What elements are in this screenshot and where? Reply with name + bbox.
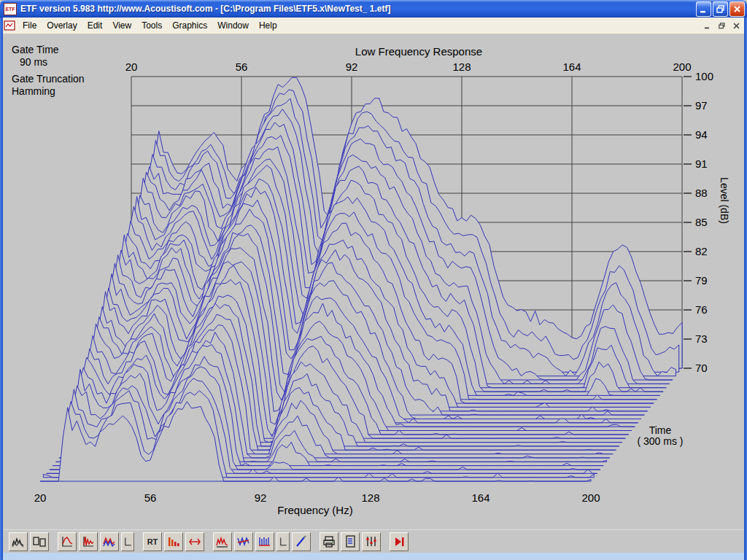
toolbar-group (320, 532, 381, 551)
rt60-button[interactable]: RT (143, 532, 162, 551)
mixer-icon (364, 534, 379, 549)
menu-item-graphics[interactable]: Graphics (167, 18, 212, 33)
y-tick-label: 85 (695, 216, 708, 228)
app-icon: ETF (4, 3, 17, 15)
mdi-minimize-icon (704, 23, 711, 29)
plot-title: Low Frequency Response (355, 45, 482, 58)
rt60-icon: RT (145, 534, 160, 549)
axes-toggle-2-button[interactable] (276, 532, 290, 551)
title-bar[interactable]: ETF ETF version 5.983 http://www.Acousti… (0, 0, 747, 18)
y-tick-label: 70 (695, 362, 708, 374)
y-tick-label: 97 (695, 99, 708, 112)
marker-pencil-button[interactable] (292, 532, 311, 551)
mini-axes-icon (122, 534, 133, 549)
waterfall-slices (40, 77, 682, 481)
toolbar-group (213, 532, 311, 551)
x-tick-label-bottom: 128 (361, 491, 379, 504)
signal-levels-button[interactable] (362, 532, 381, 551)
svg-text:RT: RT (147, 537, 158, 546)
x-tick-label-top: 164 (562, 61, 581, 73)
frequency-response-button[interactable] (58, 532, 77, 551)
y-tick-label: 100 (695, 70, 713, 82)
printer-icon (322, 534, 336, 549)
toolbar-group (9, 532, 49, 551)
menu-item-help[interactable]: Help (254, 18, 282, 33)
toolbar-group: RT (143, 532, 204, 551)
dual-display-button[interactable] (30, 532, 49, 551)
window-title: ETF version 5.983 http://www.Acoustisoft… (20, 4, 694, 14)
time-window-button[interactable] (185, 532, 204, 551)
gate-truncation-value: Hamming (12, 85, 55, 97)
time-axis-label: Time (649, 424, 672, 436)
time-axis-range: ( 300 ms ) (637, 435, 683, 447)
mdi-restore-button[interactable] (716, 20, 728, 31)
gate-truncation-label: Gate Truncation (12, 73, 85, 85)
y-tick-label: 79 (695, 274, 708, 287)
window-border-left (0, 18, 3, 560)
phase-response-button[interactable] (234, 532, 253, 551)
close-button[interactable] (729, 1, 745, 17)
waterfall-view-button[interactable] (9, 532, 28, 551)
x-tick-label-bottom: 164 (471, 491, 489, 504)
y-tick-label: 82 (695, 245, 708, 257)
y-tick-label: 76 (695, 303, 708, 316)
print-button[interactable] (320, 532, 338, 551)
y-tick-label: 88 (695, 187, 708, 199)
measure-button[interactable] (390, 532, 409, 551)
x-tick-label-bottom: 200 (581, 491, 600, 504)
menu-item-window[interactable]: Window (212, 18, 254, 33)
menu-items: FileOverlayEditViewToolsGraphicsWindowHe… (18, 18, 282, 33)
x-axis-label: Frequency (Hz) (277, 504, 352, 516)
play-icon (392, 534, 406, 549)
window-controls (694, 1, 745, 17)
gate-time-value: 90 ms (20, 56, 47, 68)
x-tick-label-bottom: 20 (34, 491, 47, 504)
mdi-minimize-button[interactable] (701, 20, 713, 31)
plot-client-area: Gate Time 90 ms Gate Truncation Hamming … (0, 34, 747, 529)
overlay-response-icon (102, 534, 117, 549)
comb-filter-icon (258, 534, 272, 549)
x-tick-label-top: 92 (346, 61, 358, 73)
x-tick-label-top: 200 (673, 61, 691, 73)
restore-icon (716, 4, 725, 14)
toolbar-group (390, 532, 409, 551)
comb-filter-button[interactable] (255, 532, 274, 551)
menu-item-file[interactable]: File (18, 18, 42, 33)
waterfall-icon (11, 534, 26, 549)
toolbar: RT (0, 529, 747, 553)
energy-spectrum-icon (166, 534, 181, 549)
menu-item-overlay[interactable]: Overlay (42, 18, 82, 33)
menu-item-view[interactable]: View (107, 18, 136, 33)
mdi-close-icon (733, 23, 740, 29)
overlay-vv-icon (236, 534, 251, 549)
x-tick-label-top: 128 (452, 61, 471, 73)
y-tick-label: 73 (695, 332, 708, 345)
y-axis-label: Level (dB) (719, 177, 730, 224)
minimize-button[interactable] (696, 1, 711, 17)
menu-item-tools[interactable]: Tools (136, 18, 167, 33)
impulse-response-icon (81, 534, 96, 549)
impulse-response-button[interactable] (79, 532, 98, 551)
axes-toggle-button[interactable] (121, 532, 134, 551)
menu-item-edit[interactable]: Edit (82, 18, 108, 33)
toolbar-group (58, 532, 134, 551)
status-bar (0, 553, 747, 560)
gate-time-label: Gate Time (12, 44, 59, 55)
app-window: ETF ETF version 5.983 http://www.Acousti… (0, 0, 747, 560)
report-button[interactable] (341, 532, 360, 551)
window-border-right (744, 18, 747, 560)
x-tick-label-top: 56 (236, 61, 248, 73)
marker-pencil-icon (294, 534, 309, 549)
y-tick-label: 91 (695, 158, 708, 170)
overlay-response-button[interactable] (100, 532, 119, 551)
energy-spectrum-button[interactable] (164, 532, 183, 551)
x-tick-label-bottom: 92 (255, 491, 267, 504)
mdi-window-controls (701, 20, 745, 31)
restore-button[interactable] (713, 1, 728, 17)
time-arrows-icon (187, 534, 202, 549)
distortion-button[interactable] (213, 532, 232, 551)
double-response-icon (215, 534, 230, 549)
y-tick-label: 94 (695, 128, 708, 141)
mdi-close-button[interactable] (730, 20, 743, 31)
dual-display-icon (32, 534, 47, 549)
